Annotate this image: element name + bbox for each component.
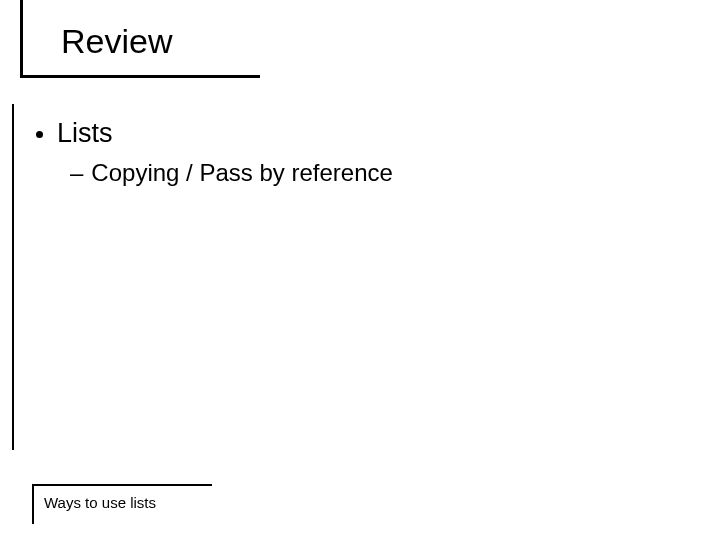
title-container: Review xyxy=(20,0,260,78)
bullet-dot-icon xyxy=(36,131,43,138)
bullet-dash-icon: – xyxy=(70,159,83,187)
body-container: Lists – Copying / Pass by reference xyxy=(12,104,652,450)
footer-text: Ways to use lists xyxy=(44,494,212,511)
slide: Review Lists – Copying / Pass by referen… xyxy=(0,0,720,540)
slide-title: Review xyxy=(61,24,172,58)
bullet-level-1-text: Lists xyxy=(57,118,113,149)
bullet-level-2: – Copying / Pass by reference xyxy=(70,159,652,187)
bullet-level-2-text: Copying / Pass by reference xyxy=(91,159,393,187)
footer-container: Ways to use lists xyxy=(32,484,212,524)
bullet-level-1: Lists xyxy=(36,118,652,149)
